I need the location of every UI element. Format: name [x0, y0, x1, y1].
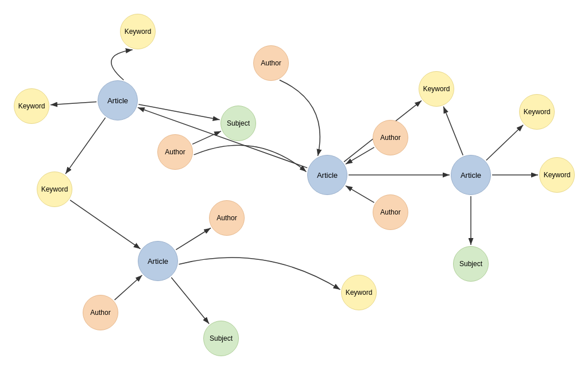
node-article4[interactable]: Article: [138, 241, 178, 281]
node-author2[interactable]: Author: [157, 134, 193, 170]
node-author5[interactable]: Author: [209, 200, 245, 236]
node-author1[interactable]: Author: [253, 45, 289, 81]
node-subject3[interactable]: Subject: [453, 246, 489, 282]
node-article2[interactable]: Article: [307, 155, 347, 195]
node-keyword6[interactable]: Keyword: [539, 157, 575, 193]
node-author4[interactable]: Author: [373, 194, 408, 230]
node-keyword2[interactable]: Keyword: [120, 14, 156, 49]
node-subject1[interactable]: Subject: [220, 106, 256, 141]
node-author3[interactable]: Author: [373, 120, 408, 155]
node-author6[interactable]: Author: [83, 295, 118, 330]
node-subject2[interactable]: Subject: [203, 321, 239, 356]
node-keyword4[interactable]: Keyword: [419, 71, 454, 107]
node-keyword3[interactable]: Keyword: [37, 172, 72, 207]
node-keyword5[interactable]: Keyword: [519, 94, 555, 130]
node-article3[interactable]: Article: [451, 155, 491, 195]
node-article1[interactable]: Article: [98, 80, 138, 120]
node-keyword7[interactable]: Keyword: [341, 275, 377, 310]
node-keyword1[interactable]: Keyword: [14, 88, 49, 124]
graph-canvas: KeywordKeywordKeywordKeywordKeywordKeywo…: [0, 0, 588, 378]
